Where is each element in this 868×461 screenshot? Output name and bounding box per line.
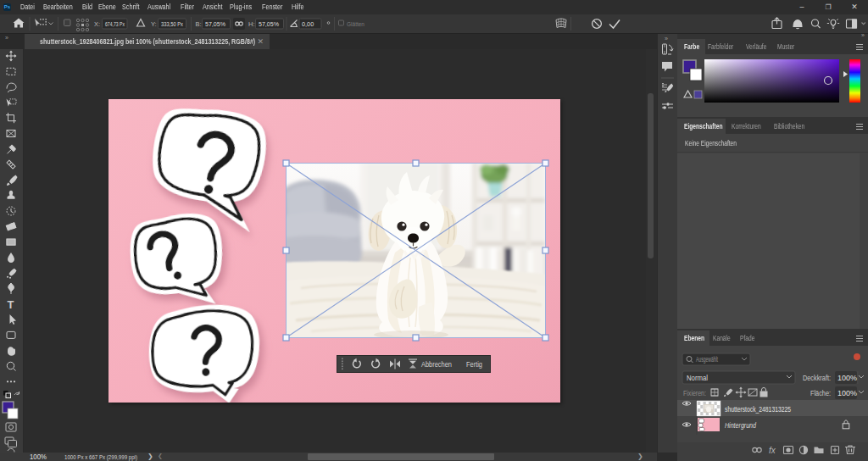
svg-text:Hintergrund: Hintergrund — [725, 421, 757, 430]
svg-text:57,05%: 57,05% — [259, 20, 279, 28]
svg-text:shutterstock_2481313225: shutterstock_2481313225 — [725, 405, 791, 414]
svg-text:333,50 Px: 333,50 Px — [161, 20, 183, 28]
svg-text:Ausgewählt: Ausgewählt — [696, 355, 718, 364]
svg-text:1000 Px x 667 Px (299,999 ppi): 1000 Px x 667 Px (299,999 ppi) — [64, 453, 137, 461]
svg-text:57,05%: 57,05% — [205, 20, 225, 28]
svg-text:X:: X: — [94, 20, 100, 28]
svg-text:100%: 100% — [837, 374, 857, 382]
svg-text:100%: 100% — [30, 453, 47, 461]
svg-text:fx: fx — [769, 446, 776, 455]
svg-text:Fixieren:: Fixieren: — [683, 389, 706, 397]
svg-text:T: T — [8, 298, 14, 311]
svg-text:B:: B: — [196, 20, 202, 28]
svg-text:Abbrechen: Abbrechen — [421, 360, 452, 369]
svg-text:Fläche:: Fläche: — [810, 389, 831, 397]
svg-text:Normal: Normal — [687, 374, 708, 382]
svg-text:100%: 100% — [837, 389, 857, 397]
svg-text:Deckkraft:: Deckkraft: — [803, 374, 831, 382]
svg-text:»: » — [665, 36, 668, 42]
svg-text:Y:: Y: — [151, 20, 157, 28]
svg-text:Fertig: Fertig — [466, 360, 482, 369]
svg-text:H:: H: — [248, 20, 255, 28]
svg-text:674,73 Px: 674,73 Px — [105, 20, 125, 28]
svg-text:0,00: 0,00 — [302, 20, 314, 28]
svg-text:Glätten: Glätten — [347, 20, 364, 28]
